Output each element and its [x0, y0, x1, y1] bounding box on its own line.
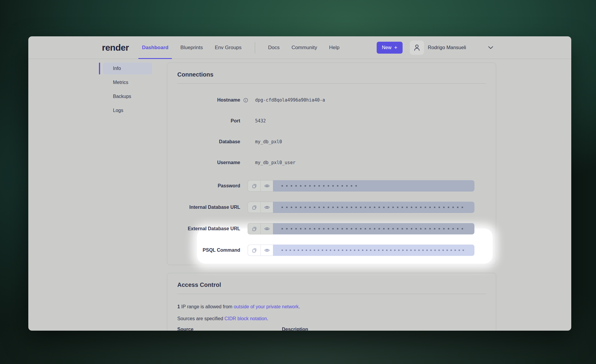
app-header: render Dashboard Blueprints Env Groups D… — [28, 36, 571, 59]
password-label: Password — [177, 183, 240, 189]
page-body: Info Metrics Backups Logs Connections — [28, 59, 571, 331]
eye-icon — [264, 226, 270, 232]
database-label: Database — [177, 139, 240, 144]
copy-button[interactable] — [248, 202, 260, 213]
password-row: Password — [177, 180, 486, 192]
secret-action-group — [248, 245, 273, 256]
tab-blueprints[interactable]: Blueprints — [180, 36, 203, 59]
masked-value-dots — [281, 227, 465, 230]
copy-icon — [252, 205, 257, 210]
user-avatar[interactable] — [410, 41, 424, 55]
sidebar-item-backups[interactable]: Backups — [103, 91, 152, 102]
private-network-link[interactable]: outside of your private network — [234, 304, 299, 309]
plus-icon: + — [394, 45, 397, 50]
masked-external-url-field[interactable] — [273, 223, 474, 234]
masked-password-field[interactable] — [273, 180, 474, 192]
eye-icon — [264, 204, 270, 210]
connections-title: Connections — [177, 71, 486, 78]
sidebar-item-metrics[interactable]: Metrics — [103, 77, 152, 88]
sidebar: Info Metrics Backups Logs — [28, 59, 167, 331]
main-content: Connections Hostname — [167, 59, 496, 331]
header-right: New + Rodrigo Mansueli — [377, 41, 493, 55]
psql-command-row: PSQL Command — [177, 245, 486, 256]
copy-icon — [252, 248, 257, 253]
masked-value-dots — [281, 184, 358, 187]
internal-database-url-row: Internal Database URL — [177, 202, 486, 213]
sentence-period: . — [299, 304, 300, 309]
user-name[interactable]: Rodrigo Mansueli — [428, 45, 466, 50]
app-window: render Dashboard Blueprints Env Groups D… — [28, 36, 571, 331]
person-icon — [413, 44, 421, 52]
sources-text-body: Sources are specified — [177, 316, 224, 321]
hostname-row: Hostname dpg-cfd8qola4996a90hia40-a — [177, 97, 486, 103]
eye-icon — [264, 247, 270, 253]
database-row: Database my_db_pxl0 — [177, 139, 486, 145]
new-button-label: New — [382, 45, 391, 50]
connection-rows: Hostname dpg-cfd8qola4996a90hia40-a — [177, 97, 486, 256]
sidebar-item-logs[interactable]: Logs — [103, 105, 152, 116]
sidebar-item-label: Info — [113, 66, 121, 71]
external-url-controls — [248, 223, 474, 234]
external-database-url-row: External Database URL — [177, 223, 486, 234]
internal-database-url-label: Internal Database URL — [177, 205, 240, 210]
cidr-notation-link[interactable]: CIDR block notation — [224, 316, 267, 321]
internal-url-controls — [248, 202, 474, 213]
username-label: Username — [177, 160, 240, 165]
sidebar-item-label: Logs — [113, 108, 123, 113]
ip-range-count: 1 — [177, 304, 180, 309]
description-column-header: Description — [282, 327, 308, 331]
username-value: my_db_pxl0_user — [255, 160, 295, 165]
info-icon[interactable] — [243, 98, 248, 103]
masked-internal-url-field[interactable] — [273, 202, 474, 213]
copy-icon — [252, 183, 257, 189]
active-indicator-bar — [99, 63, 100, 74]
new-button[interactable]: New + — [377, 42, 402, 54]
copy-button[interactable] — [248, 223, 260, 234]
source-column-header: Source — [177, 327, 282, 331]
masked-value-dots — [281, 206, 465, 209]
nav-divider — [255, 42, 255, 53]
section-divider — [177, 83, 486, 84]
password-controls — [248, 180, 474, 192]
reveal-button[interactable] — [260, 202, 273, 213]
hostname-label: Hostname — [177, 97, 240, 103]
field-label-text: Hostname — [217, 97, 240, 102]
eye-icon — [264, 183, 270, 189]
tab-env-groups[interactable]: Env Groups — [215, 36, 242, 59]
masked-value-dots — [281, 249, 465, 252]
copy-button[interactable] — [248, 245, 260, 256]
sources-table-header: Source Description — [177, 327, 486, 331]
tab-dashboard[interactable]: Dashboard — [142, 36, 168, 59]
port-label: Port — [177, 118, 240, 124]
desktop-background: render Dashboard Blueprints Env Groups D… — [0, 0, 596, 364]
reveal-button[interactable] — [260, 245, 273, 256]
ip-range-text-body: IP range is allowed from — [180, 304, 234, 309]
access-control-card: Access Control 1 IP range is allowed fro… — [167, 273, 496, 331]
ip-range-text: 1 IP range is allowed from outside of yo… — [177, 304, 486, 309]
secret-action-group — [248, 180, 273, 192]
external-database-url-label: External Database URL — [177, 226, 240, 231]
secret-action-group — [248, 202, 273, 213]
sidebar-item-label: Backups — [113, 94, 131, 99]
copy-button[interactable] — [248, 181, 260, 191]
reveal-button[interactable] — [260, 181, 273, 191]
access-control-title: Access Control — [177, 281, 486, 288]
chevron-down-icon[interactable] — [488, 46, 493, 49]
psql-command-controls — [248, 245, 474, 256]
main-nav: Dashboard Blueprints Env Groups Docs Com… — [142, 36, 339, 59]
connections-card: Connections Hostname — [167, 63, 496, 265]
secret-action-group — [248, 223, 273, 234]
sidebar-item-info[interactable]: Info — [103, 63, 152, 74]
copy-icon — [252, 226, 257, 232]
sentence-period: . — [267, 316, 268, 321]
sources-text: Sources are specified CIDR block notatio… — [177, 316, 486, 321]
nav-help[interactable]: Help — [329, 36, 339, 59]
nav-docs[interactable]: Docs — [268, 36, 280, 59]
masked-psql-command-field[interactable] — [273, 245, 474, 256]
reveal-button[interactable] — [260, 223, 273, 234]
username-row: Username my_db_pxl0_user — [177, 159, 486, 166]
render-logo[interactable]: render — [102, 43, 129, 53]
port-row: Port 5432 — [177, 118, 486, 124]
section-divider — [177, 294, 486, 294]
nav-community[interactable]: Community — [291, 36, 317, 59]
